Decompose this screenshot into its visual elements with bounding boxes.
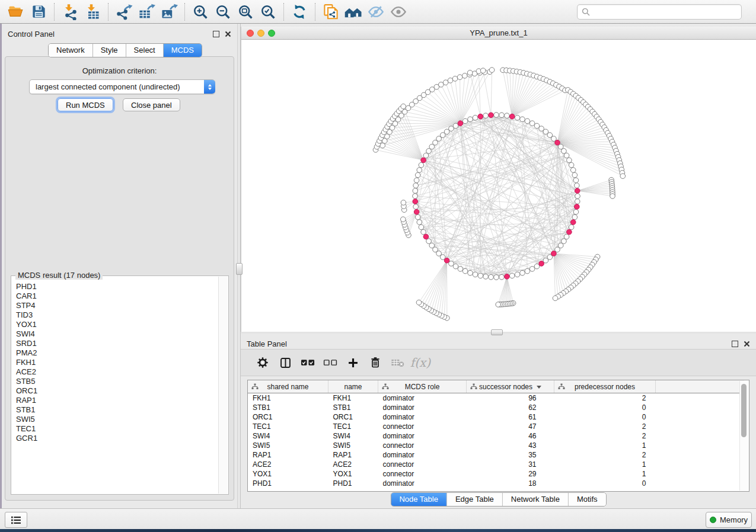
zoom-fit-icon <box>237 4 254 20</box>
mcds-result-item[interactable]: TID3 <box>16 310 219 320</box>
mcds-result-item[interactable]: CAR1 <box>16 291 219 301</box>
run-mcds-button[interactable]: Run MCDS <box>58 98 113 111</box>
refresh-view-button[interactable] <box>288 2 311 22</box>
gear-icon <box>256 356 269 369</box>
column-header-predecessor-nodes[interactable]: predecessor nodes <box>554 380 656 393</box>
mcds-result-item[interactable]: ORC1 <box>16 386 219 396</box>
status-bar <box>0 508 756 529</box>
import-network-button[interactable] <box>59 2 81 22</box>
select-stepper-icon <box>204 80 215 94</box>
float-panel-icon[interactable] <box>732 341 738 347</box>
export-network-button[interactable] <box>113 2 135 22</box>
mcds-list-scrollbar[interactable] <box>218 277 228 493</box>
mcds-result-item[interactable]: PHD1 <box>16 282 219 291</box>
memory-label: Memory <box>720 515 748 524</box>
hide-selected-button[interactable] <box>365 2 387 22</box>
table-row[interactable]: SWI4SWI4dominator462 <box>248 431 744 441</box>
table-row[interactable]: ORC1ORC1dominator610 <box>248 412 744 422</box>
table-row[interactable]: RAP1RAP1dominator352 <box>248 450 744 460</box>
tab-mcds[interactable]: MCDS <box>164 44 202 57</box>
tab-edge-table[interactable]: Edge Table <box>447 493 503 506</box>
mcds-result-item[interactable]: STB1 <box>16 405 219 415</box>
show-column-panel-button[interactable] <box>275 353 295 372</box>
tab-select[interactable]: Select <box>126 44 164 57</box>
show-task-history-button[interactable] <box>5 512 27 528</box>
table-row[interactable]: ACE2ACE2connector311 <box>248 460 744 469</box>
search-field[interactable] <box>577 4 742 20</box>
tab-network[interactable]: Network <box>49 44 93 57</box>
zoom-in-button[interactable] <box>189 2 212 22</box>
first-neighbors-button[interactable] <box>342 2 365 22</box>
export-table-button[interactable] <box>135 2 158 22</box>
column-header-successor-nodes[interactable]: successor nodes <box>467 380 554 393</box>
mcds-result-item[interactable]: RAP1 <box>16 396 219 405</box>
optimization-criterion-select[interactable]: largest connected component (undirected) <box>29 79 215 94</box>
table-row[interactable]: STB1STB1dominator620 <box>248 403 744 412</box>
horizontal-splitter-grip[interactable] <box>491 329 503 335</box>
eye-icon <box>390 4 407 20</box>
column-header-shared-name[interactable]: shared name <box>248 380 328 393</box>
close-panel-icon[interactable] <box>225 31 231 37</box>
delete-column-button[interactable] <box>365 353 385 372</box>
unselect-all-columns-button[interactable] <box>320 353 340 372</box>
table-scrollbar[interactable] <box>739 381 748 491</box>
table-scrollbar-thumb[interactable] <box>741 384 747 437</box>
search-input[interactable] <box>593 7 737 17</box>
show-all-button[interactable] <box>387 2 410 22</box>
table-settings-button[interactable] <box>253 353 273 372</box>
delete-table-button[interactable] <box>388 353 408 372</box>
table-row[interactable]: SWI5SWI5connector431 <box>248 441 744 450</box>
import-table-button[interactable] <box>81 2 104 22</box>
main-toolbar <box>0 0 756 24</box>
table-row[interactable]: PHD1PHD1dominator180 <box>248 479 744 488</box>
duplicate-network-button[interactable] <box>320 2 342 22</box>
attribute-type-icon <box>251 383 259 390</box>
mcds-result-item[interactable]: SRD1 <box>16 339 219 348</box>
table-row[interactable]: FKH1FKH1dominator962 <box>248 393 744 403</box>
export-image-button[interactable] <box>158 2 180 22</box>
mcds-result-item[interactable]: ACE2 <box>16 367 219 377</box>
table-row[interactable]: YOX1YOX1connector291 <box>248 469 744 479</box>
zoom-fit-button[interactable] <box>234 2 257 22</box>
function-builder-button[interactable]: f(x) <box>410 353 430 372</box>
mcds-result-item[interactable]: STB5 <box>16 377 219 386</box>
float-panel-icon[interactable] <box>213 31 219 37</box>
network-canvas[interactable] <box>241 40 756 332</box>
close-panel-icon[interactable] <box>744 341 750 347</box>
tab-network-table[interactable]: Network Table <box>503 493 569 506</box>
mcds-result-item[interactable]: TEC1 <box>16 424 219 434</box>
mcds-result-item[interactable]: YOX1 <box>16 320 219 329</box>
mcds-result-item[interactable]: FKH1 <box>16 358 219 367</box>
export-image-icon <box>160 4 178 20</box>
memory-button[interactable]: Memory <box>706 512 752 528</box>
column-header-MCDS-role[interactable]: MCDS role <box>378 380 467 393</box>
create-column-button[interactable] <box>343 353 363 372</box>
open-folder-icon <box>7 4 25 20</box>
open-file-button[interactable] <box>5 2 27 22</box>
save-session-button[interactable] <box>27 2 50 22</box>
column-header-name[interactable]: name <box>328 380 378 393</box>
table-panel-title: Table Panel <box>247 339 287 348</box>
mcds-result-item[interactable]: SWI5 <box>16 415 219 424</box>
mcds-result-item[interactable]: STP4 <box>16 301 219 310</box>
mcds-result-item[interactable]: SWI4 <box>16 329 219 339</box>
unchecked-boxes-icon <box>323 358 338 367</box>
attribute-type-icon <box>470 383 477 390</box>
zoom-selected-button[interactable] <box>257 2 279 22</box>
table-panel-tabs: Node Table Edge Table Network Table Moti… <box>390 492 606 507</box>
vertical-splitter-grip[interactable] <box>236 263 243 275</box>
tab-node-table[interactable]: Node Table <box>391 493 447 506</box>
mcds-result-item[interactable]: GCR1 <box>16 434 219 443</box>
tab-motifs[interactable]: Motifs <box>569 493 606 506</box>
mcds-result-item[interactable]: PMA2 <box>16 348 219 358</box>
network-graph[interactable] <box>241 40 756 332</box>
mcds-result-list[interactable]: PHD1CAR1STP4TID3YOX1SWI4SRD1PMA2FKH1ACE2… <box>12 278 219 493</box>
close-panel-button[interactable]: Close panel <box>123 98 180 111</box>
tab-style[interactable]: Style <box>93 44 126 57</box>
network-window-titlebar[interactable]: YPA_prune.txt_1 <box>241 27 756 40</box>
select-all-columns-button[interactable] <box>298 353 318 372</box>
export-table-icon <box>138 4 155 20</box>
table-row[interactable]: TEC1TEC1connector472 <box>248 422 744 431</box>
mcds-tab-content: Optimization criterion: largest connecte… <box>5 56 234 501</box>
zoom-out-button[interactable] <box>212 2 234 22</box>
